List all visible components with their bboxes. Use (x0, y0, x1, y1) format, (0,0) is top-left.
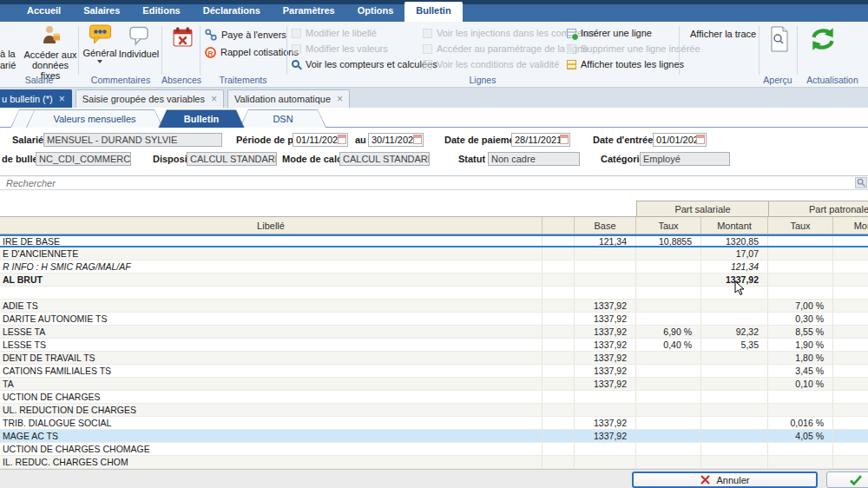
preview-button[interactable] (764, 26, 795, 54)
table-row[interactable]: MAGE AC TS1337,924,05 % (0, 430, 868, 443)
group-header-part-patronale: Part patronale (768, 201, 868, 217)
salarie-field: MENSUEL - DURAND SYLVIE (43, 133, 222, 147)
cell-montant_pat (833, 260, 868, 273)
table-row[interactable]: UL. REDUCTION DE CHARGES (0, 404, 868, 417)
view-tab-bulletin[interactable]: Bulletin (158, 109, 245, 128)
cell-taux_pat (768, 247, 833, 260)
insert-line-button[interactable]: Insérer une ligne (567, 26, 700, 40)
close-icon[interactable]: × (337, 95, 343, 103)
cell-taux_pat (768, 287, 833, 299)
person-icon (39, 24, 62, 47)
cell-code (542, 365, 575, 377)
cell-libelle: UCTION DE CHARGES (0, 391, 542, 403)
menu-item-paramètres[interactable]: Paramètres (272, 2, 346, 22)
ribbon: à la arié Accéder aux données fixes Sala… (0, 22, 868, 88)
view-tab-label: Valeurs mensuelles (27, 110, 162, 128)
validate-button[interactable]: Valider (826, 472, 868, 488)
table-row[interactable]: LESSE TS1337,920,40 %5,351,90 % (0, 339, 868, 352)
table-row[interactable]: UCTION DE CHARGES CHOMAGE (0, 443, 868, 456)
cell-montant_sal (701, 365, 768, 377)
edit-values-icon (292, 44, 301, 54)
search-bar (0, 175, 868, 190)
cell-code (542, 404, 575, 416)
cell-taux_sal (636, 287, 701, 299)
cell-base: 1337,92 (575, 313, 636, 325)
absences-calendar-button[interactable] (165, 26, 200, 49)
cell-libelle: E D'ANCIENNETE (0, 247, 542, 260)
ribbon-divider (679, 26, 680, 75)
close-icon[interactable]: × (211, 95, 217, 103)
table-row[interactable]: E D'ANCIENNETE17,07 (0, 247, 868, 260)
ribbon-divider (797, 26, 798, 75)
cell-montant_pat (833, 274, 868, 286)
general-comment-button[interactable]: Général (80, 24, 120, 63)
menu-item-options[interactable]: Options (346, 2, 405, 22)
table-row[interactable]: IRE DE BASE121,3410,88551320,85 (0, 234, 868, 247)
show-all-lines-button[interactable]: Afficher toutes les lignes (567, 57, 700, 71)
cell-base (575, 391, 636, 403)
document-tab[interactable]: Saisie groupée des variables× (76, 89, 224, 108)
cell-montant_sal (701, 456, 768, 468)
table-row[interactable]: UCTION DE CHARGES (0, 391, 868, 404)
table-row[interactable]: CATIONS FAMILIALES TS1337,923,45 % (0, 365, 868, 378)
cell-code (542, 417, 575, 429)
date-entree-label: Date d'entrée (593, 135, 653, 145)
table-row[interactable]: DARITE AUTONOMIE TS1337,920,30 % (0, 313, 868, 326)
table-row[interactable]: IL. REDUC. CHARGES CHOM (0, 456, 868, 469)
calendar-picker-icon[interactable] (413, 135, 422, 144)
cell-montant_pat (833, 352, 868, 364)
view-tab-dsn[interactable]: DSN (240, 109, 326, 128)
table-row[interactable]: TRIB. DIALOGUE SOCIAL1337,920,016 % (0, 417, 868, 430)
search-button[interactable] (855, 177, 867, 188)
refresh-button[interactable] (806, 25, 840, 55)
ribbon-divider (161, 26, 162, 75)
injections-icon (423, 29, 432, 38)
menu-item-salaires[interactable]: Salaires (72, 2, 131, 22)
document-tab[interactable]: Validation automatique× (227, 89, 350, 108)
calendar-x-icon (172, 26, 194, 48)
table-row[interactable]: R INFO : H SMIC RAG/MAL/AF121,34 (0, 260, 868, 274)
cell-code (542, 391, 575, 403)
access-fixed-data-button[interactable]: Accéder aux données fixes (23, 24, 77, 81)
return-to-employee-button[interactable]: à la arié (0, 49, 23, 71)
menu-item-accueil[interactable]: Accueil (16, 2, 72, 22)
cell-libelle: IL. REDUC. CHARGES CHOM (0, 456, 542, 468)
cell-base: 1337,92 (575, 300, 636, 312)
general-comment-label: Général (80, 48, 120, 58)
calendar-picker-icon[interactable] (696, 135, 705, 144)
view-tab-bar: Valeurs mensuellesBulletinDSN (0, 108, 868, 128)
menu-item-bulletin[interactable]: Bulletin (404, 2, 462, 22)
table-row[interactable]: TA1337,920,10 % (0, 378, 868, 391)
cell-taux_pat (768, 456, 833, 468)
search-input[interactable] (4, 176, 838, 189)
cell-code (542, 339, 575, 351)
cell-montant_pat (833, 456, 868, 468)
cell-libelle: TRIB. DIALOGUE SOCIAL (0, 417, 542, 429)
paye-envers-button[interactable]: Paye à l'envers (205, 28, 286, 42)
cell-taux_pat: 0,30 % (768, 313, 833, 325)
table-row[interactable]: LESSE TA1337,926,90 %92,328,55 % (0, 326, 868, 339)
table-row[interactable]: DENT DE TRAVAIL TS1337,921,80 % (0, 352, 868, 365)
individual-comment-label: Individuel (118, 49, 160, 59)
view-tab-valeurs-mensuelles[interactable]: Valeurs mensuelles (26, 109, 163, 128)
table-row[interactable]: ADIE TS1337,927,00 % (0, 300, 868, 313)
ribbon-divider (286, 26, 287, 75)
individual-comment-button[interactable]: Individuel (118, 26, 160, 59)
cell-code (542, 247, 575, 260)
calendar-picker-icon[interactable] (338, 135, 346, 144)
close-icon[interactable]: × (59, 95, 65, 103)
cell-taux_sal (636, 404, 701, 416)
cell-montant_pat (833, 300, 868, 312)
calendar-picker-icon[interactable] (560, 135, 569, 144)
rappel-cotisations-button[interactable]: R Rappel cotisations (205, 45, 299, 59)
view-counters-button[interactable]: Voir les compteurs et calculées (292, 57, 437, 71)
line-settings-icon (423, 44, 432, 54)
menu-item-déclarations[interactable]: Déclarations (192, 2, 272, 22)
menu-item-editions[interactable]: Editions (131, 2, 191, 22)
cancel-button[interactable]: Annuler (632, 472, 818, 488)
group-label-traitements: Traitements (200, 75, 286, 85)
show-trace-button[interactable]: Afficher la trace (690, 29, 756, 39)
document-magnifier-icon (769, 26, 790, 52)
cell-code (542, 378, 575, 390)
document-tab[interactable]: u bulletin (*)× (0, 89, 72, 108)
